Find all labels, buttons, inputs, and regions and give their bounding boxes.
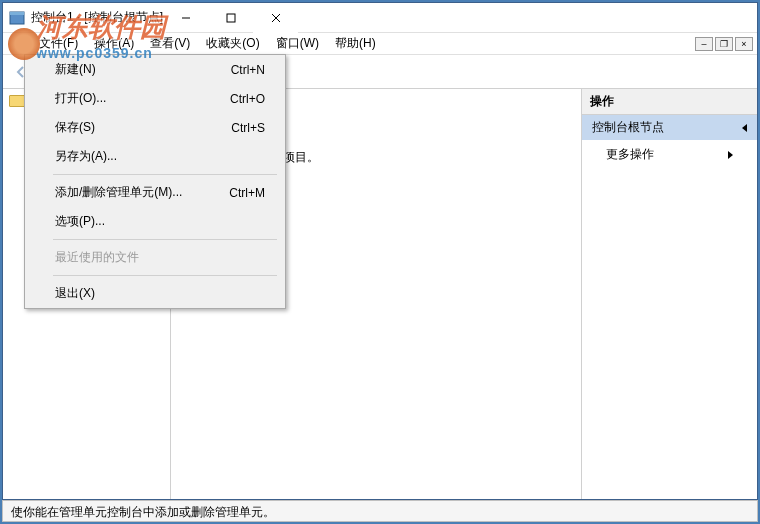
menu-options-label: 选项(P)... xyxy=(55,213,105,230)
menu-view[interactable]: 查看(V) xyxy=(142,33,198,54)
menu-addremove-label: 添加/删除管理单元(M)... xyxy=(55,184,182,201)
action-more[interactable]: 更多操作 xyxy=(582,140,757,169)
action-header: 操作 xyxy=(582,89,757,115)
menu-action[interactable]: 操作(A) xyxy=(86,33,142,54)
menu-new[interactable]: 新建(N) Ctrl+N xyxy=(25,55,285,84)
mdi-restore[interactable]: ❐ xyxy=(715,37,733,51)
file-dropdown: 新建(N) Ctrl+N 打开(O)... Ctrl+O 保存(S) Ctrl+… xyxy=(24,54,286,309)
titlebar-text: 控制台1 - [控制台根节点] xyxy=(31,9,163,26)
submenu-icon xyxy=(728,151,733,159)
menu-options[interactable]: 选项(P)... xyxy=(25,207,285,236)
menu-save[interactable]: 保存(S) Ctrl+S xyxy=(25,113,285,142)
menubar: 文件(F) 操作(A) 查看(V) 收藏夹(O) 窗口(W) 帮助(H) xyxy=(3,33,757,55)
window-controls xyxy=(163,3,298,32)
mdi-minimize[interactable]: – xyxy=(695,37,713,51)
menu-open-label: 打开(O)... xyxy=(55,90,106,107)
folder-icon xyxy=(9,95,25,107)
statusbar: 使你能在管理单元控制台中添加或删除管理单元。 xyxy=(2,500,758,522)
mdi-controls: – ❐ × xyxy=(695,37,753,51)
menu-saveas[interactable]: 另存为(A)... xyxy=(25,142,285,171)
menu-help[interactable]: 帮助(H) xyxy=(327,33,384,54)
menu-save-shortcut: Ctrl+S xyxy=(231,121,265,135)
menu-open[interactable]: 打开(O)... Ctrl+O xyxy=(25,84,285,113)
statusbar-text: 使你能在管理单元控制台中添加或删除管理单元。 xyxy=(11,505,275,519)
close-button[interactable] xyxy=(253,3,298,33)
menu-addremove-shortcut: Ctrl+M xyxy=(229,186,265,200)
menu-window[interactable]: 窗口(W) xyxy=(268,33,327,54)
action-section[interactable]: 控制台根节点 xyxy=(582,115,757,140)
titlebar: 控制台1 - [控制台根节点] xyxy=(3,3,757,33)
menu-save-label: 保存(S) xyxy=(55,119,95,136)
maximize-button[interactable] xyxy=(208,3,253,33)
collapse-icon xyxy=(742,124,747,132)
menu-new-shortcut: Ctrl+N xyxy=(231,63,265,77)
svg-rect-1 xyxy=(10,12,24,15)
menu-exit[interactable]: 退出(X) xyxy=(25,279,285,308)
minimize-button[interactable] xyxy=(163,3,208,33)
menu-recent-label: 最近使用的文件 xyxy=(55,249,139,266)
separator xyxy=(53,239,277,240)
separator xyxy=(53,174,277,175)
action-more-label: 更多操作 xyxy=(606,146,654,163)
mdi-close[interactable]: × xyxy=(735,37,753,51)
menu-add-remove-snapin[interactable]: 添加/删除管理单元(M)... Ctrl+M xyxy=(25,178,285,207)
action-panel: 操作 控制台根节点 更多操作 xyxy=(581,89,757,499)
app-icon xyxy=(9,10,25,26)
menu-file[interactable]: 文件(F) xyxy=(31,33,86,54)
menu-saveas-label: 另存为(A)... xyxy=(55,148,117,165)
menu-favorites[interactable]: 收藏夹(O) xyxy=(198,33,267,54)
menu-recent-files: 最近使用的文件 xyxy=(25,243,285,272)
separator xyxy=(53,275,277,276)
svg-rect-3 xyxy=(227,14,235,22)
menu-new-label: 新建(N) xyxy=(55,61,96,78)
action-section-label: 控制台根节点 xyxy=(592,119,664,136)
menu-open-shortcut: Ctrl+O xyxy=(230,92,265,106)
menu-exit-label: 退出(X) xyxy=(55,285,95,302)
